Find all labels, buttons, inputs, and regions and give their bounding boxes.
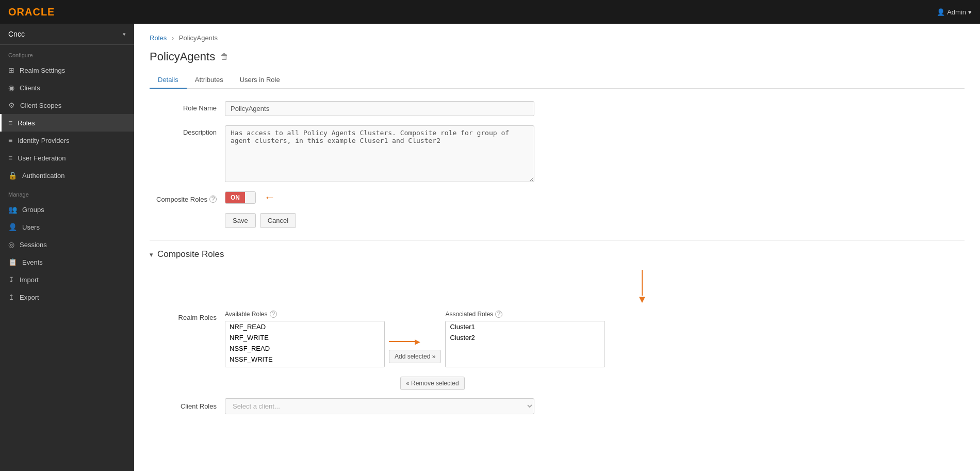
realm-selector[interactable]: Cncc ▾ [0, 24, 134, 45]
save-button[interactable]: Save [225, 213, 256, 228]
description-textarea[interactable]: Has access to all Policy Agents Clusters… [225, 125, 534, 182]
client-roles-select[interactable]: Select a client... [225, 398, 534, 414]
page-title-row: PolicyAgents 🗑 [150, 50, 965, 63]
sidebar-item-groups[interactable]: 👥 Groups [0, 201, 134, 218]
description-label: Description [150, 125, 217, 136]
client-roles-row: Client Roles Select a client... [150, 398, 965, 414]
down-arrow-annotation: ▼ [320, 270, 965, 305]
breadcrumb-current: PolicyAgents [179, 34, 218, 42]
h-arrow-line [389, 341, 415, 342]
tab-users-in-role[interactable]: Users in Role [232, 72, 288, 89]
composite-roles-toggle[interactable]: ON [225, 191, 256, 204]
realm-roles-row: Realm Roles Available Roles ? NRF_READNR… [150, 311, 965, 367]
cancel-button[interactable]: Cancel [260, 213, 296, 228]
breadcrumb-sep: › [172, 34, 174, 42]
sidebar-label-clients: Clients [20, 84, 40, 92]
sidebar-item-identity-providers[interactable]: ≡ Identity Providers [0, 132, 134, 149]
person-icon: 👤 [937, 8, 945, 16]
top-header: ORACLE 👤 Admin ▾ [0, 0, 980, 24]
main-layout: Cncc ▾ Configure ⊞ Realm Settings ◉ Clie… [0, 24, 980, 471]
h-arrow-head-icon: ▶ [415, 337, 420, 346]
remove-selected-row: « Remove selected [225, 377, 965, 390]
sidebar: Cncc ▾ Configure ⊞ Realm Settings ◉ Clie… [0, 24, 134, 471]
available-roles-help-icon: ? [270, 311, 277, 318]
available-roles-label: Available Roles ? [225, 311, 385, 318]
toggle-arrow-annotation: ← [264, 192, 275, 203]
tabs: Details Attributes Users in Role [150, 72, 965, 89]
gear-icon: ⚙ [8, 101, 15, 109]
composite-header[interactable]: ▾ Composite Roles [150, 249, 965, 259]
export-icon: ↥ [8, 293, 14, 301]
delete-icon[interactable]: 🗑 [220, 52, 228, 61]
available-roles-wrap: Available Roles ? NRF_READNRF_WRITENSSF_… [225, 311, 385, 367]
composite-section: ▾ Composite Roles ▼ Realm Roles Availabl… [150, 240, 965, 414]
grid-icon: ⊞ [8, 66, 14, 74]
sidebar-label-roles: Roles [18, 119, 35, 127]
composite-chevron-icon: ▾ [150, 251, 153, 258]
role-name-input[interactable] [225, 101, 534, 116]
toggle-on-part[interactable]: ON [225, 192, 245, 203]
sidebar-label-export: Export [20, 294, 39, 301]
roles-columns: Available Roles ? NRF_READNRF_WRITENSSF_… [225, 311, 605, 367]
oracle-logo: ORACLE [8, 6, 55, 18]
available-roles-listbox[interactable]: NRF_READNRF_WRITENSSF_READNSSF_WRITEoffl… [225, 321, 385, 367]
admin-chevron: ▾ [968, 8, 972, 16]
sidebar-label-users: Users [22, 223, 40, 231]
tab-attributes[interactable]: Attributes [187, 72, 232, 89]
tab-details[interactable]: Details [150, 72, 187, 89]
sidebar-item-authentication[interactable]: 🔒 Authentication [0, 167, 134, 184]
user-federation-icon: ≡ [8, 154, 12, 162]
role-name-label: Role Name [150, 101, 217, 112]
clients-icon: ◉ [8, 84, 14, 92]
sidebar-label-events: Events [22, 258, 43, 266]
save-cancel-row: Save Cancel [225, 213, 965, 228]
sidebar-label-authentication: Authentication [22, 172, 64, 180]
page-title: PolicyAgents [150, 50, 215, 63]
client-roles-label: Client Roles [150, 402, 217, 410]
sidebar-item-events[interactable]: 📋 Events [0, 253, 134, 271]
sidebar-item-import[interactable]: ↧ Import [0, 271, 134, 288]
sidebar-label-user-federation: User Federation [18, 154, 66, 162]
realm-chevron: ▾ [123, 31, 126, 38]
sidebar-item-client-scopes[interactable]: ⚙ Client Scopes [0, 96, 134, 114]
remove-selected-button[interactable]: « Remove selected [400, 377, 465, 390]
composite-roles-help-icon: ? [209, 196, 217, 203]
composite-section-title: Composite Roles [157, 249, 224, 259]
identity-providers-icon: ≡ [8, 136, 12, 144]
sidebar-item-export[interactable]: ↥ Export [0, 288, 134, 306]
sidebar-item-user-federation[interactable]: ≡ User Federation [0, 149, 134, 167]
lock-icon: 🔒 [8, 171, 17, 180]
content-area: Roles › PolicyAgents PolicyAgents 🗑 Deta… [134, 24, 980, 471]
toggle-off-part[interactable] [245, 192, 255, 203]
breadcrumb-parent[interactable]: Roles [150, 34, 167, 42]
sidebar-label-groups: Groups [22, 206, 44, 214]
sidebar-item-clients[interactable]: ◉ Clients [0, 79, 134, 96]
associated-roles-label: Associated Roles ? [445, 311, 605, 318]
import-icon: ↧ [8, 275, 14, 284]
groups-icon: 👥 [8, 205, 17, 214]
sidebar-item-roles[interactable]: ≡ Roles [0, 114, 134, 132]
admin-label: Admin [947, 8, 966, 16]
manage-section-label: Manage [0, 184, 134, 201]
associated-roles-help-icon: ? [495, 311, 502, 318]
sidebar-item-sessions[interactable]: ◎ Sessions [0, 236, 134, 253]
admin-menu[interactable]: 👤 Admin ▾ [937, 8, 972, 16]
associated-roles-wrap: Associated Roles ? Cluster1Cluster2 [445, 311, 605, 367]
sidebar-label-client-scopes: Client Scopes [20, 102, 61, 109]
sidebar-item-realm-settings[interactable]: ⊞ Realm Settings [0, 61, 134, 79]
composite-roles-label: Composite Roles ? [150, 192, 217, 203]
users-icon: 👤 [8, 223, 17, 231]
associated-roles-listbox[interactable]: Cluster1Cluster2 [445, 321, 605, 367]
roles-icon: ≡ [8, 119, 12, 127]
configure-section-label: Configure [0, 45, 134, 61]
sidebar-label-sessions: Sessions [20, 241, 47, 249]
down-arrow-head-icon: ▼ [637, 294, 647, 305]
role-name-row: Role Name [150, 101, 965, 116]
breadcrumb: Roles › PolicyAgents [150, 34, 965, 42]
sidebar-item-users[interactable]: 👤 Users [0, 218, 134, 236]
sessions-icon: ◎ [8, 240, 14, 249]
composite-roles-toggle-row: Composite Roles ? ON ← [150, 191, 965, 204]
oracle-logo-text: ORACLE [8, 6, 55, 18]
add-selected-button[interactable]: Add selected » [389, 350, 441, 363]
description-row: Description Has access to all Policy Age… [150, 125, 965, 182]
